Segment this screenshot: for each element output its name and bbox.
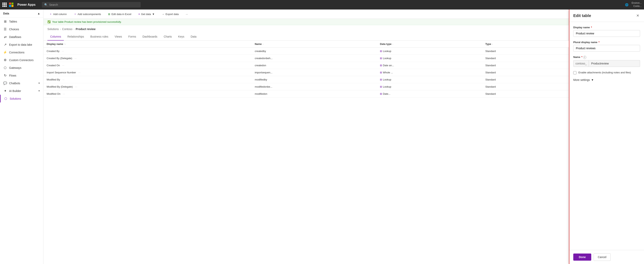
panel-close-button[interactable]: ✕ — [636, 13, 640, 19]
sidebar-item-export[interactable]: ↗ Export to data lake — [0, 41, 43, 49]
cell-display-name: Created By ··· — [44, 48, 252, 55]
export-data-button[interactable]: → Export data — [160, 12, 181, 17]
sidebar-section-data[interactable]: Data ▲ — [0, 10, 43, 18]
sidebar-item-tables[interactable]: ⊞ Tables — [0, 18, 43, 25]
main-layout: Data ▲ ⊞ Tables ☰ Choices ⇄ Dataflows ↗ … — [0, 10, 644, 264]
tab-charts[interactable]: Charts — [161, 33, 175, 41]
search-bar[interactable]: 🔍 — [42, 2, 141, 8]
more-options-button[interactable]: ··· — [184, 12, 190, 17]
name-info-icon[interactable]: i — [583, 56, 586, 59]
table-row: Modified By ··· modifiedby ⊞ Lookup Stan… — [44, 76, 569, 83]
row-dots-0[interactable]: ··· — [62, 50, 64, 53]
search-input[interactable] — [49, 3, 138, 6]
sort-icon-name: ↓ — [262, 43, 264, 45]
choices-icon: ☰ — [3, 27, 7, 31]
data-type-icon: ⊞ — [380, 92, 382, 95]
export-icon: ↗ — [3, 43, 7, 47]
tab-views[interactable]: Views — [112, 33, 125, 41]
get-data-button[interactable]: ≡ Get data ▼ — [136, 12, 157, 17]
table-row: Created On ··· createdon ⊞ Date an... St… — [44, 62, 569, 69]
table-row: Created By (Delegate) ··· createdonbeh..… — [44, 55, 569, 62]
sort-icon-type: ↓ — [492, 43, 493, 45]
cell-name: createdon — [252, 62, 377, 69]
name-field-row: contoso_ Productreview — [573, 60, 640, 67]
breadcrumb-sep1: › — [60, 28, 61, 31]
sort-icon-data-type: ↓ — [392, 43, 393, 45]
done-button[interactable]: Done — [573, 253, 591, 261]
row-dots-2[interactable]: ··· — [62, 64, 64, 67]
tab-business-rules[interactable]: Business rules — [88, 33, 111, 41]
sidebar-item-connections[interactable]: ⚡ Connections — [0, 49, 43, 56]
chatbots-chevron: ▼ — [38, 82, 40, 84]
sidebar-item-solutions[interactable]: ⬡ Solutions — [0, 95, 43, 102]
display-name-input[interactable] — [573, 30, 640, 37]
sidebar-item-chatbots[interactable]: 💬 Chatbots ▼ — [0, 79, 43, 87]
add-column-button[interactable]: ＋ Add column — [48, 11, 69, 17]
tab-columns[interactable]: Columns — [48, 33, 64, 41]
sidebar-collapse-icon[interactable]: ▲ — [37, 12, 40, 15]
edit-excel-button[interactable]: ⊞ Edit data in Excel — [106, 12, 133, 17]
attachments-label[interactable]: Enable attachments (including notes and … — [578, 71, 631, 74]
breadcrumb-solutions[interactable]: Solutions — [48, 28, 59, 31]
more-options-icon: ··· — [186, 13, 188, 16]
add-subcomponents-icon: ＋ — [74, 12, 76, 16]
tab-relationships[interactable]: Relationships — [64, 33, 87, 41]
add-subcomponents-button[interactable]: ＋ Add subcomponents — [72, 11, 103, 17]
attachments-checkbox-row: Enable attachments (including notes and … — [573, 71, 640, 74]
row-dots-5[interactable]: ··· — [75, 85, 77, 88]
custom-connectors-icon: ⚙ — [3, 58, 7, 62]
th-name[interactable]: Name ↓ — [252, 41, 377, 48]
get-data-chevron: ▼ — [152, 13, 155, 16]
more-settings-row[interactable]: More settings ▼ — [573, 78, 640, 82]
attachments-checkbox[interactable] — [573, 71, 576, 74]
cancel-button[interactable]: Cancel — [594, 253, 610, 261]
panel-body: Display name * Plural display name * Nam… — [569, 22, 644, 250]
cell-data-type: ⊞ Lookup — [377, 48, 482, 55]
data-type-icon: ⊞ — [380, 71, 382, 74]
waffle-menu[interactable] — [2, 3, 7, 7]
table-row: Modified On ··· modifiedon ⊞ Date... Sta… — [44, 90, 569, 98]
tab-forms[interactable]: Forms — [126, 33, 139, 41]
row-dots-3[interactable]: ··· — [78, 71, 80, 74]
tabs-bar: Columns Relationships Business rules Vie… — [44, 33, 569, 41]
cell-name: importsequen... — [252, 69, 377, 76]
data-type-icon: ⊞ — [380, 85, 382, 88]
tab-data[interactable]: Data — [188, 33, 199, 41]
sidebar-item-choices[interactable]: ☰ Choices — [0, 25, 43, 33]
columns-table: Display name ↑↓ Name ↓ D — [44, 41, 569, 98]
row-dots-6[interactable]: ··· — [63, 92, 65, 95]
ai-builder-icon: ✦ — [3, 89, 7, 93]
sidebar-item-label: Export to data lake — [9, 43, 32, 46]
dataflows-icon: ⇄ — [3, 35, 7, 39]
sidebar-item-ai-builder[interactable]: ✦ AI Builder ▼ — [0, 87, 43, 95]
panel-header: Edit table ✕ — [569, 10, 644, 22]
plural-name-label: Plural display name * — [573, 41, 640, 44]
sidebar-item-flows[interactable]: ↻ Flows — [0, 72, 43, 79]
sidebar-item-label: Dataflows — [9, 35, 21, 39]
cell-type: Standard — [482, 83, 569, 90]
panel-title: Edit table — [573, 14, 591, 18]
row-dots-4[interactable]: ··· — [62, 78, 64, 81]
cell-name: modifiedon — [252, 90, 377, 98]
display-name-field: Display name * — [573, 26, 640, 37]
th-display-name[interactable]: Display name ↑↓ — [44, 41, 252, 48]
cell-name: createdonbeh... — [252, 55, 377, 62]
sidebar: Data ▲ ⊞ Tables ☰ Choices ⇄ Dataflows ↗ … — [0, 10, 44, 264]
row-dots-1[interactable]: ··· — [74, 57, 77, 60]
sidebar-item-custom-connectors[interactable]: ⚙ Custom Connectors — [0, 56, 43, 64]
sidebar-item-label: Chatbots — [9, 82, 20, 85]
tab-keys[interactable]: Keys — [176, 33, 187, 41]
th-data-type[interactable]: Data type ↓ — [377, 41, 482, 48]
sidebar-item-dataflows[interactable]: ⇄ Dataflows — [0, 33, 43, 41]
data-table-area: Display name ↑↓ Name ↓ D — [44, 41, 569, 264]
name-required-star: * — [582, 56, 582, 59]
th-type[interactable]: Type ↓ — [482, 41, 569, 48]
cell-data-type: ⊞ Whole ... — [377, 69, 482, 76]
name-prefix: contoso_ — [573, 60, 589, 67]
tab-dashboards[interactable]: Dashboards — [140, 33, 160, 41]
plural-name-input[interactable] — [573, 45, 640, 52]
sidebar-item-label: AI Builder — [9, 89, 21, 93]
chatbots-icon: 💬 — [3, 81, 7, 85]
breadcrumb-contoso[interactable]: Contoso — [62, 28, 72, 31]
sidebar-item-gateways[interactable]: ⬡ Gateways — [0, 64, 43, 72]
